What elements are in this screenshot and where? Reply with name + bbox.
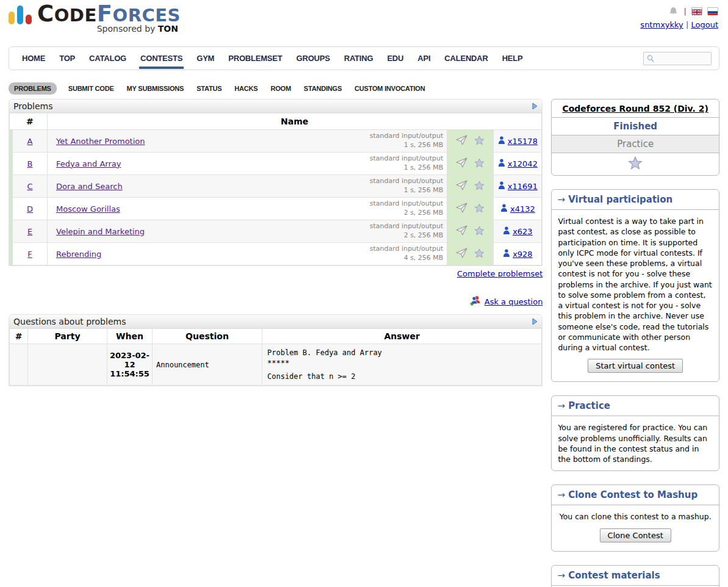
logout-link[interactable]: Logout [691,20,718,29]
caption-arrow-icon: → [557,194,565,205]
problem-title-link[interactable]: Fedya and Array [56,159,121,168]
favorite-star-icon[interactable] [474,203,485,215]
submit-plane-icon[interactable] [456,203,468,215]
english-flag-icon[interactable] [691,7,702,15]
favorite-star-icon[interactable] [474,181,485,192]
username-link[interactable]: sntmxykky [640,20,683,29]
practice-title: Practice [568,400,610,411]
question-row: 2023-02-12 11:54:55 Announcement Problem… [10,344,542,386]
submit-plane-icon[interactable] [456,225,468,238]
clone-contest-text: You can clone this contest to a mashup. [558,511,713,522]
favorite-star-icon[interactable] [474,226,485,237]
main-column: Problems # Name A [9,99,542,587]
tab-hacks[interactable]: HACKS [233,82,259,95]
russian-flag-icon[interactable] [707,7,718,15]
q-column-question: Question [153,329,262,344]
menu-item-contests[interactable]: CONTESTS [139,48,184,69]
solvers-count-link[interactable]: x4132 [510,204,535,214]
questions-section: Questions about problems # Party When Qu… [9,314,542,386]
main-menu: HOME TOP CATALOG CONTESTS GYM PROBLEMSET… [9,46,719,70]
problem-index-link[interactable]: A [27,137,33,146]
sponsored-by-text: Sponsored by [97,24,158,34]
menu-item-problemset[interactable]: PROBLEMSET [227,48,283,69]
problem-title-link[interactable]: Moscow Gorillas [56,204,120,214]
search-input[interactable] [656,54,708,63]
solvers-count-link[interactable]: x11691 [508,182,538,191]
solvers-count-link[interactable]: x12042 [508,159,538,168]
tab-status[interactable]: STATUS [195,82,223,95]
menu-item-calendar[interactable]: CALENDAR [443,48,489,69]
problem-row-e: E Velepin and Marketing standard input/o… [10,220,542,243]
complete-problemset-row: Complete problemset [9,269,542,278]
favorite-star-icon[interactable] [474,158,485,170]
menu-item-catalog[interactable]: CATALOG [88,48,128,69]
problem-index-link[interactable]: D [27,204,33,214]
user-links: sntmxykky | Logout [640,20,718,29]
clone-contest-caption: → Clone Contest to Mashup [552,485,719,505]
menu-item-api[interactable]: API [416,48,431,69]
tab-my-submissions[interactable]: MY SUBMISSIONS [126,82,186,95]
codeforces-logo[interactable]: CODEFORCES Sponsored by TON [9,4,192,33]
section-expand-arrow-icon[interactable] [532,103,538,110]
tab-submit-code[interactable]: SUBMIT CODE [67,82,115,95]
caption-arrow-icon: → [557,400,565,411]
problem-limits: standard input/output2 s, 256 MB [370,222,444,240]
problem-index-link[interactable]: E [27,227,32,236]
answer-line: ***** [267,358,536,369]
menu-item-edu[interactable]: EDU [386,48,405,69]
problem-row-b: B Fedya and Array standard input/output1… [10,153,542,175]
menu-item-home[interactable]: HOME [21,48,46,69]
solvers-count-link[interactable]: x623 [513,227,533,236]
clone-contest-title: Clone Contest to Mashup [568,489,697,500]
ask-question-link[interactable]: Ask a question [485,297,543,306]
submit-plane-icon[interactable] [456,157,468,170]
menu-item-top[interactable]: TOP [58,48,76,69]
caption-arrow-icon: → [557,570,565,581]
solvers-count-link[interactable]: x15178 [508,137,538,146]
answer-line: Problem B. Fedya and Array [267,348,536,358]
answer-line: Consider that n >= 2 [267,372,536,382]
menu-item-rating[interactable]: RATING [343,48,375,69]
submit-plane-icon[interactable] [456,248,468,261]
virtual-participation-box: → Virtual participation Virtual contest … [551,189,719,382]
tab-custom-invocation[interactable]: CUSTOM INVOCATION [353,82,426,95]
favorite-star-icon[interactable] [474,135,485,147]
problem-row-c: C Dora and Search standard input/output1… [10,175,542,198]
logo-word-forces-cap: F [97,1,113,27]
column-index: # [13,113,48,130]
contest-favorite-star-icon[interactable] [552,153,719,175]
favorite-star-icon[interactable] [474,248,485,260]
problem-title-link[interactable]: Dora and Search [56,182,123,191]
section-expand-arrow-icon[interactable] [532,318,538,325]
solvers-person-icon [498,136,505,146]
complete-problemset-link[interactable]: Complete problemset [457,269,542,278]
sponsor-name: TON [158,24,178,34]
tab-standings[interactable]: STANDINGS [303,82,343,95]
problem-title-link[interactable]: Rebrending [56,250,101,259]
problem-index-link[interactable]: F [27,250,32,259]
q-column-answer: Answer [262,329,542,344]
submit-plane-icon[interactable] [456,180,468,193]
virtual-participation-caption: → Virtual participation [552,190,719,210]
search-icon [646,54,655,63]
solvers-count-link[interactable]: x928 [513,250,533,259]
problem-row-a: A Yet Another Promotion standard input/o… [10,130,542,153]
logo-bar-yellow [9,12,15,24]
logo-bar-red [26,15,32,24]
start-virtual-contest-button[interactable]: Start virtual contest [588,359,683,373]
menu-item-help[interactable]: HELP [501,48,524,69]
problem-index-link[interactable]: B [27,159,33,168]
clone-contest-box: → Clone Contest to Mashup You can clone … [551,484,719,551]
problem-limits: standard input/output1 s, 256 MB [370,132,444,150]
bell-icon[interactable] [669,7,678,16]
contest-title-link[interactable]: Codeforces Round 852 (Div. 2) [562,104,708,113]
tab-room[interactable]: ROOM [269,82,292,95]
menu-item-groups[interactable]: GROUPS [295,48,331,69]
clone-contest-button[interactable]: Clone Contest [600,528,671,542]
submit-plane-icon[interactable] [456,135,468,148]
menu-item-gym[interactable]: GYM [195,48,215,69]
problem-index-link[interactable]: C [27,182,32,191]
tab-problems[interactable]: PROBLEMS [9,82,57,95]
problem-title-link[interactable]: Velepin and Marketing [56,227,145,236]
problem-title-link[interactable]: Yet Another Promotion [56,137,145,146]
